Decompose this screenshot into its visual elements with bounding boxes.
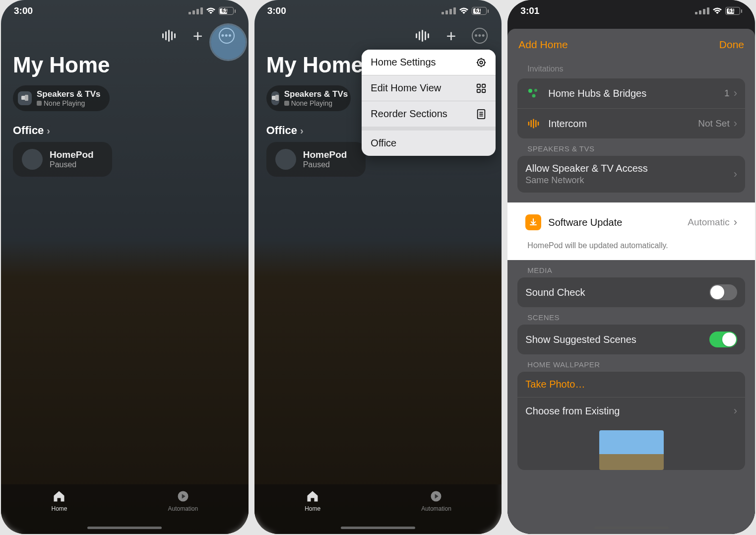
wifi-icon [206, 7, 216, 15]
chevron-right-icon: › [734, 404, 737, 417]
wallpaper-header: HOME WALLPAPER [507, 354, 755, 372]
menu-edit-home-view[interactable]: Edit Home View [362, 75, 496, 101]
more-menu: Home Settings Edit Home View Reorder Sec… [362, 50, 496, 156]
speakers-group: Allow Speaker & TV Access Same Network › [517, 156, 745, 193]
chip-title: Speakers & TVs [37, 89, 101, 99]
more-button-highlight [211, 25, 246, 60]
status-time: 3:01 [520, 5, 539, 16]
row-choose-existing[interactable]: Choose from Existing › [517, 397, 745, 424]
chip-subtitle: None Playing [37, 99, 101, 107]
svg-rect-9 [477, 89, 480, 92]
chevron-right-icon: › [734, 87, 737, 100]
add-accessory-button[interactable]: + [190, 28, 206, 44]
home-indicator [594, 527, 669, 529]
chevron-right-icon: › [734, 216, 737, 229]
cellular-icon [441, 7, 456, 14]
svg-point-17 [534, 89, 537, 92]
row-suggested-scenes[interactable]: Show Suggested Scenes [517, 325, 745, 354]
done-button[interactable]: Done [719, 39, 744, 51]
tab-home[interactable]: Home [51, 489, 67, 512]
tab-home[interactable]: Home [305, 489, 320, 512]
row-software-update[interactable]: Software Update Automatic› [517, 207, 745, 237]
device-status: Paused [50, 160, 94, 169]
software-update-highlight: Software Update Automatic› HomePod will … [507, 202, 755, 260]
status-bar: 3:00 61 [1, 0, 249, 22]
status-icons: 61 [189, 7, 236, 15]
tab-automation[interactable]: Automation [421, 489, 451, 512]
sheet-header: Add Home Done [507, 29, 755, 61]
intercom-icon [525, 116, 541, 132]
device-name: HomePod [50, 149, 94, 160]
screenshot-3-home-settings: 3:01 61 Add Home Done Invitations Home H… [507, 0, 755, 534]
intercom-icon[interactable] [161, 28, 177, 44]
speakers-tvs-chip[interactable]: Speakers & TVs None Playing [13, 85, 110, 111]
battery-icon: 61 [472, 7, 489, 15]
intercom-icon[interactable] [414, 28, 430, 44]
wallpaper-group: Take Photo… Choose from Existing › [517, 372, 745, 470]
screenshot-1-home-app: 3:00 61 + ••• My Home Spea [1, 0, 249, 534]
row-intercom[interactable]: Intercom Not Set› [517, 108, 745, 138]
grid-icon [476, 83, 487, 94]
speakers-tvs-header: SPEAKERS & TVS [507, 138, 755, 156]
row-take-photo[interactable]: Take Photo… [517, 372, 745, 397]
hubs-group: Home Hubs & Bridges 1› Intercom Not Set› [517, 78, 745, 138]
tab-bar: Home Automation [254, 484, 502, 534]
menu-reorder-sections[interactable]: Reorder Sections [362, 101, 496, 127]
chip-title: Speakers & TVs [284, 89, 348, 99]
status-bar: 3:01 61 [507, 0, 755, 22]
download-icon [525, 214, 541, 230]
svg-rect-7 [477, 84, 480, 87]
scenes-header: SCENES [507, 307, 755, 325]
home-icon [306, 489, 319, 503]
homepod-tile[interactable]: HomePod Paused [13, 142, 112, 177]
speakers-tvs-chip[interactable]: Speakers & TVs None Playing [266, 85, 351, 111]
list-icon [476, 109, 487, 120]
gear-icon [476, 57, 487, 68]
suggested-scenes-toggle[interactable] [709, 332, 737, 347]
wifi-icon [712, 7, 722, 15]
row-sound-check[interactable]: Sound Check [517, 277, 745, 307]
svg-rect-1 [25, 95, 28, 101]
add-accessory-button[interactable]: + [443, 28, 459, 44]
room-section-header[interactable]: Office› [1, 111, 249, 142]
toolbar: + ••• [254, 22, 502, 50]
tab-automation[interactable]: Automation [168, 489, 198, 512]
speakers-icon [271, 91, 279, 105]
wifi-icon [459, 7, 469, 15]
menu-room-office[interactable]: Office [362, 131, 496, 156]
device-status: Paused [303, 160, 347, 169]
battery-icon: 61 [725, 7, 742, 15]
svg-rect-4 [275, 95, 279, 101]
more-button[interactable]: ••• [472, 28, 488, 44]
status-bar: 3:00 61 [254, 0, 502, 22]
menu-home-settings[interactable]: Home Settings [362, 50, 496, 75]
sound-check-toggle[interactable] [709, 284, 737, 300]
hubs-icon [525, 85, 541, 101]
add-home-button[interactable]: Add Home [518, 39, 567, 51]
homepod-icon [22, 149, 43, 170]
home-icon [52, 489, 66, 503]
chevron-right-icon: › [47, 125, 50, 136]
homepod-icon [275, 149, 296, 170]
battery-icon: 61 [219, 7, 236, 15]
homepod-tile[interactable]: HomePod Paused [266, 142, 366, 177]
status-time: 3:00 [14, 5, 33, 16]
device-name: HomePod [303, 149, 347, 160]
row-home-hubs[interactable]: Home Hubs & Bridges 1› [517, 78, 745, 108]
scenes-group: Show Suggested Scenes [517, 325, 745, 354]
software-update-note: HomePod will be updated automatically. [507, 237, 755, 253]
tab-bar: Home Automation [1, 484, 249, 534]
svg-point-16 [528, 89, 532, 93]
media-header: MEDIA [507, 260, 755, 277]
screenshot-2-home-menu: 3:00 61 + ••• My Home Speakers [254, 0, 502, 534]
wallpaper-thumbnail[interactable] [599, 430, 664, 470]
svg-point-18 [532, 94, 536, 98]
row-speaker-access[interactable]: Allow Speaker & TV Access Same Network › [517, 156, 745, 193]
status-time: 3:00 [267, 5, 286, 16]
chip-subtitle: None Playing [284, 99, 348, 107]
invitations-label: Invitations [507, 61, 755, 78]
home-indicator [341, 527, 415, 529]
home-indicator [87, 527, 162, 529]
cellular-icon [189, 7, 203, 14]
automation-icon [429, 489, 443, 503]
